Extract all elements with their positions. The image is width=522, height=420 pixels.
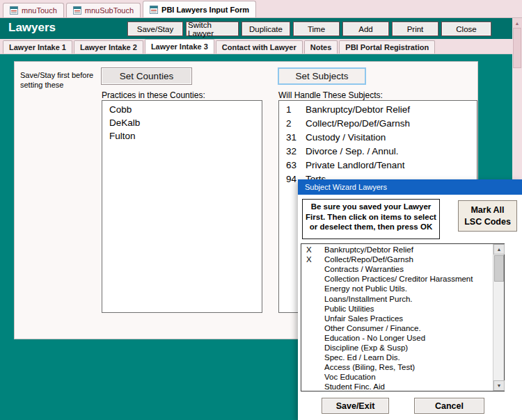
- wizard-subject-row[interactable]: Collection Practices/ Creditor Harassmen…: [302, 274, 492, 284]
- cancel-button[interactable]: Cancel: [414, 398, 484, 414]
- scrollbar-up-icon[interactable]: ▲: [512, 18, 522, 28]
- form-tab[interactable]: PBI Portal Registration: [339, 40, 435, 54]
- dialog-title: Subject Wizard Lawyers: [305, 183, 387, 191]
- window-tab-label: PBI Lawyers Input Form: [161, 6, 249, 14]
- app-window: mnuTouch mnuSubTouch PBI Lawyers Input F…: [0, 0, 522, 420]
- page-title: Lawyers: [8, 21, 56, 35]
- form-tab[interactable]: Lawyer Intake 1: [3, 40, 72, 54]
- subject-code: 31: [279, 131, 306, 145]
- wizard-subject-name: Other Consumer / Finance.: [324, 324, 421, 332]
- header-button[interactable]: Switch Lawyer: [186, 22, 239, 36]
- dialog-title-bar[interactable]: Subject Wizard Lawyers: [298, 179, 522, 195]
- header-button[interactable]: Print: [392, 22, 438, 36]
- wizard-subject-name: Education - No Longer Used: [324, 334, 425, 342]
- window-tab-bar: mnuTouch mnuSubTouch PBI Lawyers Input F…: [0, 0, 522, 18]
- wizard-subject-selected-mark: X: [302, 245, 324, 254]
- form-icon: [73, 6, 81, 15]
- subject-code: 1: [279, 103, 306, 117]
- window-tab[interactable]: mnuSubTouch: [66, 3, 141, 17]
- mark-all-lsc-button[interactable]: Mark All LSC Codes: [458, 200, 517, 232]
- wizard-subject-name: Student Finc. Aid: [324, 382, 385, 390]
- form-icon: [150, 6, 158, 14]
- header-button[interactable]: Time: [293, 22, 340, 36]
- wizard-subject-name: Discipline (Exp & Susp): [324, 344, 408, 352]
- wizard-subject-name: Public Utilities: [324, 305, 374, 313]
- wizard-subject-name: Unfair Sales Practices: [324, 314, 403, 323]
- wizard-subject-row[interactable]: Student Finc. Aid: [302, 382, 492, 390]
- save-stay-note: Save/Stay first before setting these: [20, 70, 102, 90]
- wizard-subject-name: Bankruptcy/Debtor Relief: [324, 245, 413, 254]
- county-list-item[interactable]: DeKalb: [102, 116, 262, 129]
- window-tab-label: mnuTouch: [22, 6, 57, 15]
- counties-listbox[interactable]: CobbDeKalbFulton: [102, 100, 262, 313]
- subject-list-item[interactable]: 1 Bankruptcy/Debtor Relief: [279, 103, 477, 117]
- form-tab[interactable]: Lawyer Intake 3: [145, 39, 214, 54]
- subject-name: Private Landlord/Tenant: [306, 159, 405, 172]
- set-subjects-button[interactable]: Set Subjects: [278, 67, 366, 85]
- wizard-subject-name: Voc Education: [324, 373, 376, 381]
- subject-code: 32: [279, 145, 306, 159]
- window-tab[interactable]: PBI Lawyers Input Form: [143, 1, 256, 17]
- wizard-subject-name: Energy not Public Utils.: [324, 284, 407, 293]
- form-tab-strip: Lawyer Intake 1Lawyer Intake 2Lawyer Int…: [0, 39, 512, 54]
- county-list-item[interactable]: Fulton: [102, 129, 262, 143]
- subject-list-item[interactable]: 2 Collect/Repo/Def/Garnsh: [279, 117, 477, 131]
- set-counties-button[interactable]: Set Counties: [101, 67, 192, 85]
- subject-name: Custody / Visitation: [306, 131, 386, 145]
- subject-list-item[interactable]: 63 Private Landlord/Tenant: [279, 159, 477, 172]
- wizard-subject-name: Spec. Ed / Learn Dis.: [324, 353, 400, 362]
- header-button[interactable]: Save/Stay: [127, 22, 183, 36]
- wizard-subject-name: Contracts / Warranties: [324, 265, 404, 273]
- counties-list-label: Practices in these Counties:: [102, 90, 205, 100]
- form-tab[interactable]: Contact with Lawyer: [216, 40, 303, 54]
- dialog-list-scrollbar[interactable]: ▲ ▼: [493, 244, 504, 391]
- scrollbar-thumb[interactable]: [494, 255, 504, 282]
- header-button[interactable]: Close: [441, 22, 491, 36]
- subject-list-item[interactable]: 32 Divorce / Sep. / Annul.: [279, 145, 477, 159]
- wizard-subject-row[interactable]: X Collect/Repo/Def/Garnsh: [302, 255, 492, 264]
- subject-code: 63: [279, 159, 306, 172]
- scrollbar-down-icon[interactable]: ▼: [493, 380, 505, 391]
- header-button[interactable]: Duplicate: [242, 22, 290, 36]
- save-exit-button[interactable]: Save/Exit: [322, 398, 389, 414]
- wizard-subject-row[interactable]: Discipline (Exp & Susp): [302, 343, 492, 353]
- subject-list-item[interactable]: 31 Custody / Visitation: [279, 131, 477, 145]
- scrollbar-up-icon[interactable]: ▲: [493, 244, 505, 255]
- subjects-list-label: Will Handle These Subjects:: [278, 90, 383, 100]
- wizard-subject-name: Loans/Installment Purch.: [324, 295, 413, 303]
- wizard-subject-row[interactable]: Loans/Installment Purch.: [302, 293, 492, 303]
- subject-name: Bankruptcy/Debtor Relief: [306, 103, 410, 117]
- wizard-subject-name: Collection Practices/ Creditor Harassmen…: [324, 275, 473, 283]
- wizard-subject-selected-mark: X: [302, 255, 324, 264]
- subject-code: 2: [279, 117, 306, 131]
- wizard-subject-row[interactable]: Voc Education: [302, 372, 492, 382]
- form-tab[interactable]: Notes: [304, 40, 338, 54]
- wizard-subject-row[interactable]: Other Consumer / Finance.: [302, 323, 492, 333]
- wizard-subject-row[interactable]: Energy not Public Utils.: [302, 284, 492, 293]
- wizard-subject-row[interactable]: Unfair Sales Practices: [302, 314, 492, 323]
- header-button[interactable]: Add: [342, 22, 389, 36]
- window-tab[interactable]: mnuTouch: [3, 3, 64, 17]
- wizard-subject-row[interactable]: Public Utilities: [302, 304, 492, 314]
- header-buttons: Save/StaySwitch LawyerDuplicateTimeAddPr…: [127, 22, 491, 36]
- window-tab-label: mnuSubTouch: [85, 6, 134, 15]
- wizard-subject-row[interactable]: Contracts / Warranties: [302, 264, 492, 274]
- form-tab[interactable]: Lawyer Intake 2: [74, 40, 143, 54]
- scrollbar-thumb[interactable]: [513, 28, 521, 68]
- wizard-subject-row[interactable]: Spec. Ed / Learn Dis.: [302, 353, 492, 362]
- county-list-item[interactable]: Cobb: [102, 103, 262, 116]
- wizard-subject-row[interactable]: Access (Biling, Res, Test): [302, 362, 492, 372]
- subject-wizard-dialog: Subject Wizard Lawyers Be sure you saved…: [298, 179, 522, 420]
- wizard-subject-name: Collect/Repo/Def/Garnsh: [324, 255, 413, 264]
- wizard-subject-row[interactable]: Education - No Longer Used: [302, 333, 492, 343]
- subject-name: Divorce / Sep. / Annul.: [306, 145, 399, 159]
- dialog-instruction: Be sure you saved your Lawyer First. The…: [302, 199, 440, 239]
- form-icon: [10, 6, 18, 15]
- subject-name: Collect/Repo/Def/Garnsh: [306, 117, 410, 131]
- wizard-subject-name: Access (Biling, Res, Test): [324, 363, 415, 371]
- wizard-subject-row[interactable]: X Bankruptcy/Debtor Relief: [302, 245, 492, 255]
- wizard-subject-rows: X Bankruptcy/Debtor Relief X Collect/Rep…: [302, 245, 492, 390]
- wizard-subject-listbox[interactable]: X Bankruptcy/Debtor Relief X Collect/Rep…: [301, 243, 505, 391]
